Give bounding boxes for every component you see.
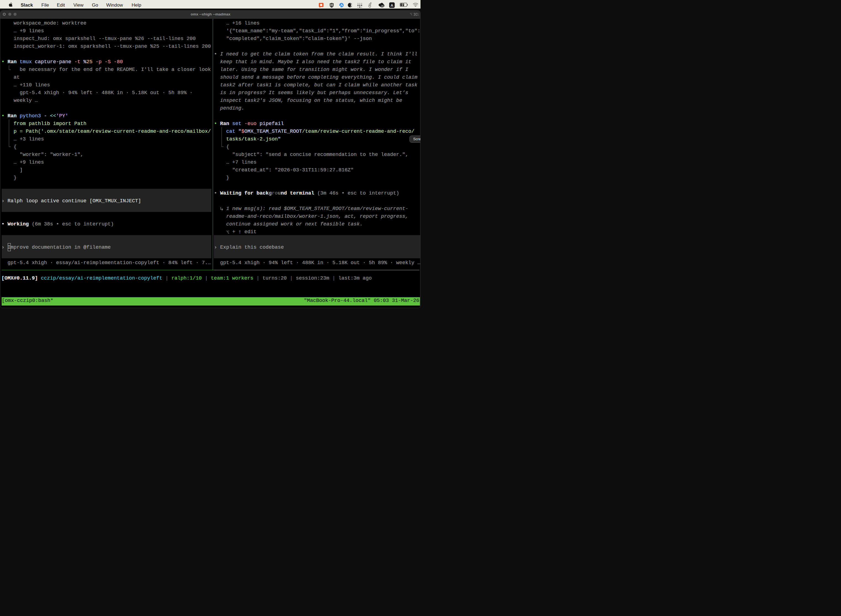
svg-text:..61: ..61 [380, 5, 384, 7]
svg-text:A: A [391, 3, 393, 7]
